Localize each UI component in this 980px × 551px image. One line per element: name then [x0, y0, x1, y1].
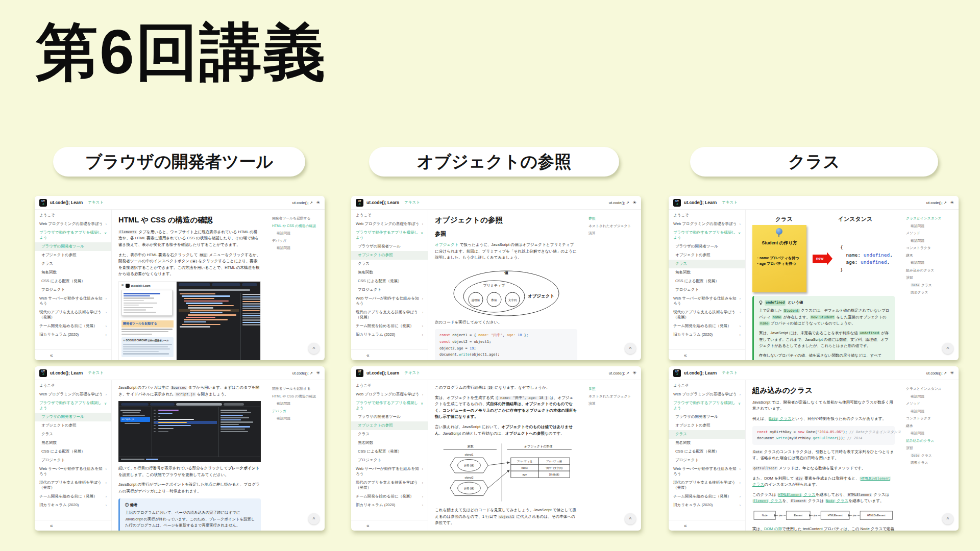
sidebar-item[interactable]: Web サーバーが動作する仕組みを知ろう›	[35, 294, 111, 308]
sidebar-item[interactable]: オブジェクトの参照	[669, 421, 745, 430]
scroll-to-top-button[interactable]: ^	[308, 513, 320, 524]
sidebar-item[interactable]: オブジェクトの参照	[351, 421, 428, 430]
external-site-link[interactable]: ut.code(); ↗	[609, 371, 629, 375]
sidebar-item[interactable]: Web サーバーが動作する仕組みを知ろう›	[669, 464, 745, 478]
toc-item[interactable]: 確認問題	[906, 238, 955, 244]
toc-item[interactable]: 組み込みのクラス	[906, 268, 955, 273]
sidebar-item[interactable]: Web サーバーが動作する仕組みを知ろう›	[351, 464, 428, 478]
sidebar-item[interactable]: ブラウザの開発者ツール	[351, 413, 428, 421]
sidebar-item[interactable]: クラス	[351, 260, 428, 268]
sidebar-item[interactable]: クラス	[351, 430, 428, 439]
toc-item[interactable]: クラスとインスタンス	[906, 216, 955, 221]
toc-item[interactable]: 確認問題	[906, 409, 955, 414]
scroll-to-top-button[interactable]: ^	[625, 343, 636, 354]
external-site-link[interactable]: ut.code(); ↗	[926, 201, 947, 205]
sidebar-item[interactable]: オブジェクトの参照	[351, 251, 428, 260]
toc-item[interactable]: 確認問題	[906, 431, 955, 436]
sidebar-item[interactable]: Web サーバーが動作する仕組みを知ろう›	[351, 294, 428, 308]
sidebar-item[interactable]: CSS による配置（発展）	[669, 447, 745, 456]
utcode-logo-icon[interactable]: UT.c	[356, 199, 363, 207]
sidebar-item[interactable]: 現代のアプリを支える技術を学ぼう（発展）›	[351, 308, 428, 322]
toc-item[interactable]: 確認問題	[906, 260, 955, 266]
sidebar-collapse-button[interactable]: «	[351, 349, 428, 360]
sidebar-item[interactable]: チーム開発を始める前に（発展）›	[669, 322, 745, 331]
external-site-link[interactable]: ut.code(); ↗	[292, 371, 313, 375]
toc-item[interactable]: 参照	[589, 216, 638, 221]
toc-item[interactable]: 確認問題	[906, 394, 955, 399]
sidebar-item[interactable]: ようこそ	[351, 382, 428, 390]
theme-toggle-sun-icon[interactable]: ☀	[950, 370, 954, 375]
sidebar-item[interactable]: Web プログラミングの基礎を学ぼう›	[669, 390, 745, 399]
sidebar-item[interactable]: ブラウザで動作するアプリを構築しよう∨	[35, 399, 111, 413]
sidebar-item[interactable]: 無名関数	[669, 268, 745, 277]
sidebar-item[interactable]: ようこそ	[669, 382, 745, 390]
toc-item[interactable]: 演算	[589, 401, 638, 407]
sidebar-collapse-button[interactable]: «	[669, 520, 745, 531]
toc-item[interactable]: メソッド	[906, 401, 955, 407]
sidebar-collapse-button[interactable]: «	[35, 520, 111, 531]
toc-item[interactable]: Date クラス	[906, 453, 955, 459]
nav-link-text[interactable]: テキスト	[722, 370, 738, 375]
utcode-logo-icon[interactable]: UT.c	[39, 199, 47, 207]
theme-toggle-sun-icon[interactable]: ☀	[316, 370, 320, 375]
toc-item[interactable]: 演習	[906, 275, 955, 281]
toc-item[interactable]: 確認問題	[272, 231, 322, 236]
sidebar-item[interactable]: Web プログラミングの基礎を学ぼう›	[351, 390, 428, 399]
toc-item[interactable]: 組み込みのクラス	[906, 438, 955, 444]
nav-link-text[interactable]: テキスト	[88, 370, 104, 375]
sidebar-item[interactable]: ようこそ	[35, 382, 111, 390]
scroll-to-top-button[interactable]: ^	[308, 343, 320, 354]
sidebar-item[interactable]: 旧カリキュラム (2020)›	[669, 331, 745, 339]
toc-item[interactable]: 演習	[906, 445, 955, 451]
toc-item[interactable]: 確認問題	[906, 223, 955, 229]
sidebar-item[interactable]: 無名関数	[351, 439, 428, 447]
theme-toggle-sun-icon[interactable]: ☀	[632, 370, 636, 375]
sidebar-item[interactable]: CSS による配置（発展）	[35, 447, 111, 456]
sidebar-item[interactable]: 旧カリキュラム (2020)›	[35, 501, 111, 510]
sidebar-item[interactable]: オブジェクトの参照	[669, 251, 745, 260]
utcode-logo-icon[interactable]: UT.c	[356, 369, 363, 377]
sidebar-item[interactable]: 現代のアプリを支える技術を学ぼう（発展）›	[351, 479, 428, 492]
sidebar-item[interactable]: プロジェクト	[351, 456, 428, 465]
selected-file-script-js[interactable]: script.js	[120, 417, 150, 422]
brand-title[interactable]: ut.code(); Learn	[50, 370, 83, 375]
toc-item[interactable]: メソッド	[906, 231, 955, 236]
toc-item[interactable]: HTML や CSS の構造の確認	[272, 394, 322, 399]
brand-title[interactable]: ut.code(); Learn	[50, 200, 83, 205]
sidebar-item[interactable]: 無名関数	[35, 268, 111, 277]
toc-item[interactable]: 確認問題	[272, 401, 322, 407]
sidebar-item[interactable]: 旧カリキュラム (2020)›	[351, 501, 428, 510]
toc-item[interactable]: 継承	[906, 253, 955, 259]
toc-item[interactable]: 開発者ツールを起動する	[272, 216, 322, 221]
sidebar-item[interactable]: 無名関数	[35, 439, 111, 447]
theme-toggle-sun-icon[interactable]: ☀	[632, 200, 636, 205]
toc-item[interactable]: クラスとインスタンス	[906, 386, 955, 392]
sidebar-item[interactable]: チーム開発を始める前に（発展）›	[35, 322, 111, 331]
sidebar-item[interactable]: チーム開発を始める前に（発展）›	[351, 322, 428, 331]
toc-item[interactable]: 継承	[906, 423, 955, 429]
sidebar-collapse-button[interactable]: «	[351, 520, 428, 531]
sidebar-item[interactable]: クラス	[35, 430, 111, 439]
theme-toggle-sun-icon[interactable]: ☀	[316, 200, 320, 205]
sidebar-item[interactable]: プロジェクト	[35, 456, 111, 465]
external-site-link[interactable]: ut.code(); ↗	[926, 371, 947, 375]
sidebar-item[interactable]: クラス	[669, 260, 745, 268]
toc-item[interactable]: 確認問題	[272, 416, 322, 421]
sidebar-item[interactable]: ブラウザの開発者ツール	[35, 413, 111, 421]
sidebar-item[interactable]: ブラウザで動作するアプリを構築しよう∨	[351, 399, 428, 413]
sidebar-item[interactable]: ようこそ	[669, 211, 745, 220]
nav-link-text[interactable]: テキスト	[722, 200, 738, 205]
toc-item[interactable]: コンストラクタ	[906, 416, 955, 421]
sidebar-item[interactable]: 現代のアプリを支える技術を学ぼう（発展）›	[669, 308, 745, 322]
sidebar-item[interactable]: ブラウザの開発者ツール	[35, 242, 111, 251]
toc-item[interactable]: ネストされたオブジェクト	[589, 223, 638, 229]
utcode-logo-icon[interactable]: UT.c	[39, 369, 47, 377]
toc-item[interactable]: 確認問題	[272, 245, 322, 251]
sidebar-item[interactable]: CSS による配置（発展）	[351, 277, 428, 286]
toc-item[interactable]: 図形クラス	[906, 460, 955, 466]
sidebar-item[interactable]: 無名関数	[351, 268, 428, 277]
sidebar-item[interactable]: プロジェクト	[351, 286, 428, 294]
toc-item[interactable]: 参照	[589, 386, 638, 392]
nav-link-text[interactable]: テキスト	[404, 370, 420, 375]
external-site-link[interactable]: ut.code(); ↗	[609, 201, 629, 205]
